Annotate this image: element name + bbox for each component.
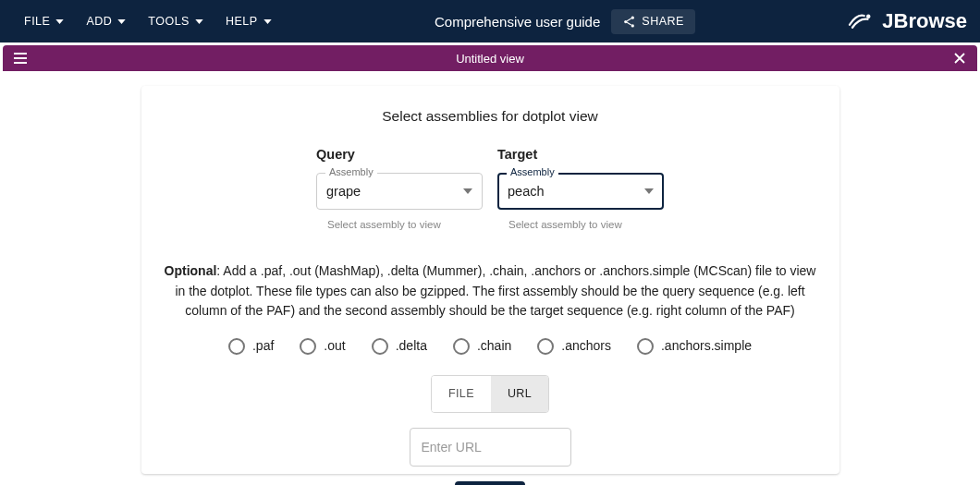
- optional-body: : Add a .paf, .out (MashMap), .delta (Mu…: [175, 263, 815, 318]
- page-title: Comprehensive user guide: [435, 14, 600, 30]
- menu-add[interactable]: ADD: [75, 9, 137, 33]
- optional-section: Optional: Add a .paf, .out (MashMap), .d…: [141, 247, 839, 474]
- caret-down-icon: [50, 19, 64, 24]
- target-select-value: peach: [508, 184, 545, 199]
- caret-down-icon: [644, 188, 654, 194]
- query-label: Query: [316, 147, 483, 162]
- brand-logo-icon: [847, 10, 875, 32]
- svg-rect-6: [14, 62, 27, 64]
- tab-file[interactable]: FILE: [432, 376, 491, 412]
- tab-label: URL: [508, 387, 532, 400]
- caret-down-icon: [258, 19, 272, 24]
- target-float-label: Assembly: [507, 166, 558, 177]
- radio-icon: [372, 338, 388, 355]
- target-column: Target Assembly peach Select assembly to…: [497, 147, 664, 230]
- svg-point-3: [866, 15, 871, 19]
- page-body: Untitled view Select assemblies for dotp…: [0, 42, 980, 485]
- radio-icon: [228, 338, 245, 355]
- radio-label: .anchors.simple: [661, 336, 752, 357]
- share-label: SHARE: [642, 15, 684, 28]
- view-header: Untitled view: [3, 45, 977, 71]
- menu-label: FILE: [24, 15, 50, 28]
- close-icon: [954, 53, 965, 64]
- radio-paf[interactable]: .paf: [228, 336, 274, 357]
- query-select-value: grape: [326, 184, 361, 199]
- share-icon: [622, 15, 636, 29]
- radio-anchors[interactable]: .anchors: [537, 336, 611, 357]
- source-tabs: FILE URL: [431, 375, 549, 413]
- query-column: Query Assembly grape Select assembly to …: [316, 147, 483, 230]
- caret-down-icon: [112, 19, 126, 24]
- target-label: Target: [497, 147, 664, 162]
- radio-icon: [300, 338, 316, 355]
- svg-point-1: [624, 19, 627, 22]
- caret-down-icon: [190, 19, 203, 24]
- menu-tools[interactable]: TOOLS: [137, 9, 214, 33]
- radio-icon: [537, 338, 554, 355]
- view-menu-button[interactable]: [10, 48, 31, 68]
- caret-down-icon: [463, 188, 472, 194]
- page-title-group: Comprehensive user guide SHARE: [435, 9, 695, 34]
- radio-label: .out: [324, 336, 345, 357]
- card-heading: Select assemblies for dotplot view: [158, 108, 823, 125]
- svg-rect-4: [14, 53, 27, 55]
- svg-point-0: [631, 16, 634, 18]
- menu-label: TOOLS: [148, 15, 190, 28]
- query-assembly-select[interactable]: grape: [316, 173, 483, 210]
- menu-file[interactable]: FILE: [13, 9, 75, 33]
- share-button[interactable]: SHARE: [611, 9, 695, 34]
- tab-url[interactable]: URL: [491, 376, 548, 412]
- radio-label: .chain: [477, 336, 511, 357]
- view-close-button[interactable]: [949, 48, 970, 68]
- brand: JBrowse: [847, 9, 967, 33]
- filetype-radio-group: .paf .out .delta .chain: [158, 336, 823, 357]
- hamburger-icon: [14, 53, 27, 64]
- open-button[interactable]: OPEN: [455, 481, 524, 485]
- top-bar: FILE ADD TOOLS HELP Comprehensive user g…: [0, 0, 980, 42]
- radio-label: .paf: [252, 336, 274, 357]
- radio-label: .delta: [396, 336, 427, 357]
- menu-group: FILE ADD TOOLS HELP: [13, 9, 283, 33]
- menu-label: ADD: [86, 15, 112, 28]
- brand-text: JBrowse: [882, 9, 967, 33]
- target-helper-text: Select assembly to view: [508, 219, 664, 230]
- optional-label: Optional: [165, 263, 217, 278]
- svg-point-2: [631, 24, 634, 27]
- menu-help[interactable]: HELP: [214, 9, 283, 33]
- query-float-label: Assembly: [325, 166, 377, 177]
- radio-anchors-simple[interactable]: .anchors.simple: [637, 336, 752, 357]
- url-input[interactable]: [410, 428, 571, 467]
- view-title: Untitled view: [31, 52, 949, 66]
- tab-label: FILE: [448, 387, 474, 400]
- radio-chain[interactable]: .chain: [453, 336, 511, 357]
- menu-label: HELP: [226, 15, 258, 28]
- radio-delta[interactable]: .delta: [372, 336, 427, 357]
- main-area: Select assemblies for dotplot view Query…: [3, 71, 977, 485]
- dotplot-setup-card: Select assemblies for dotplot view Query…: [141, 86, 839, 474]
- radio-label: .anchors: [561, 336, 611, 357]
- query-helper-text: Select assembly to view: [327, 219, 483, 230]
- radio-out[interactable]: .out: [300, 336, 345, 357]
- optional-text: Optional: Add a .paf, .out (MashMap), .d…: [158, 261, 823, 321]
- svg-rect-5: [14, 57, 27, 59]
- radio-icon: [453, 338, 470, 355]
- radio-icon: [637, 338, 654, 355]
- target-assembly-select[interactable]: peach: [497, 173, 664, 210]
